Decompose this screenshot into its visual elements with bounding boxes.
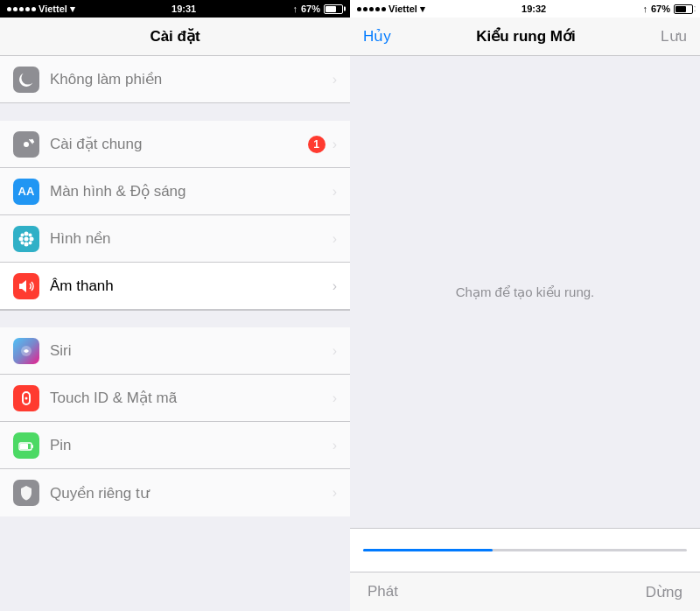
svg-rect-13 [32,445,33,448]
svg-point-7 [29,233,32,236]
svg-rect-14 [20,444,28,449]
chevron-siri: › [332,343,337,359]
signal-icon-left: ↑ [292,4,298,14]
svg-point-4 [19,236,24,241]
svg-point-5 [30,236,34,241]
dot-r2 [363,7,368,11]
time-right: 19:32 [522,4,546,14]
status-right-right: ↑ 67% [642,4,693,14]
carrier-right: Viettel [388,4,417,14]
settings-item-touch-id[interactable]: Touch ID & Mật mã › [0,375,350,422]
svg-point-6 [21,233,24,236]
chevron-hinh-nen: › [332,231,337,247]
chevron-am-thanh: › [332,278,337,294]
wifi-icon: ▾ [70,4,75,15]
dot-r5 [382,7,386,11]
battery-icon-right [674,4,693,14]
svg-point-2 [24,231,29,235]
vibration-bottom: Phát Dừng [350,528,700,611]
battery-pct-right: 67% [651,4,670,14]
right-panel: Viettel ▾ 19:32 ↑ 67% Hủy Kiểu rung Mới … [350,0,700,611]
svg-point-9 [29,241,32,244]
chevron-pin: › [332,438,337,453]
svg-point-3 [24,242,29,246]
sound-icon [13,273,39,299]
moon-icon [13,67,39,93]
wifi-icon-right: ▾ [420,4,425,15]
status-right-left: ↑ 67% [292,4,343,14]
settings-item-siri[interactable]: Siri › [0,327,350,375]
status-bar-right: Viettel ▾ 19:32 ↑ 67% [350,0,700,18]
vibration-title: Kiểu rung Mới [476,27,575,46]
signal-icon-right: ↑ [642,4,648,14]
progress-bar-track [363,549,687,551]
siri-icon [13,338,39,364]
svg-point-1 [24,236,29,241]
label-quyen-rieng-tu: Quyền riêng tư [50,484,332,502]
battery-settings-icon [13,432,39,459]
label-hinh-nen: Hình nền [50,229,332,248]
signal-dots-right [357,7,386,11]
stop-button[interactable]: Dừng [646,583,682,601]
dot-r3 [369,7,374,11]
aa-icon: AA [13,179,39,205]
separator-2 [0,310,350,327]
chevron-man-hinh: › [332,184,337,200]
label-siri: Siri [50,342,332,360]
chevron-cai-dat-chung: › [332,137,337,152]
battery-fill-left [326,6,336,12]
label-man-hinh: Màn hình & Độ sáng [50,182,332,200]
settings-group-3: Âm thanh › [0,263,350,310]
play-button[interactable]: Phát [368,583,398,600]
label-khong-lam-phien: Không làm phiền [50,70,332,88]
vibration-actions: Phát Dừng [350,572,700,611]
settings-item-am-thanh[interactable]: Âm thanh › [0,263,350,310]
badge-cai-dat-chung: 1 [308,136,326,153]
privacy-icon [13,480,39,506]
settings-item-man-hinh[interactable]: AA Màn hình & Độ sáng › [0,168,350,215]
battery-fill-right [676,6,686,12]
label-touch-id: Touch ID & Mật mã [50,389,332,407]
carrier-left: Viettel [38,4,67,14]
dot-1 [7,7,11,11]
dot-5 [32,7,36,11]
nav-bar-right: Hủy Kiểu rung Mới Lưu [350,18,700,56]
status-left-right: Viettel ▾ [357,4,425,15]
settings-item-hinh-nen[interactable]: Hình nền › [0,215,350,263]
cancel-button[interactable]: Hủy [363,27,391,46]
svg-point-8 [21,241,24,244]
settings-item-quyen-rieng-tu[interactable]: Quyền riêng tư › [0,469,350,516]
settings-item-pin[interactable]: Pin › [0,422,350,469]
status-left: Viettel ▾ [7,4,75,15]
left-panel: Viettel ▾ 19:31 ↑ 67% Cài đặt Không làm … [0,0,350,611]
touchid-icon [13,385,39,411]
settings-group-4: Siri › Touch ID & Mật mã › [0,327,350,516]
battery-pct-left: 67% [301,4,320,14]
save-button[interactable]: Lưu [661,27,687,46]
settings-item-cai-dat-chung[interactable]: Cài đặt chung 1 › [0,121,350,168]
vibration-canvas[interactable]: Chạm để tạo kiểu rung. [350,56,700,528]
separator-1 [0,103,350,121]
dot-r4 [375,7,380,11]
flower-icon [13,226,39,252]
dot-2 [13,7,18,11]
page-title-left: Cài đặt [150,27,200,46]
battery-icon-left [324,4,343,14]
settings-list: Không làm phiền › Cài đặt chung 1 › [0,56,350,611]
time-left: 19:31 [172,4,196,14]
settings-group-1: Không làm phiền › [0,56,350,103]
progress-bar-fill [363,549,493,551]
dot-4 [25,7,30,11]
chevron-touch-id: › [332,390,337,406]
vibration-progress-area [350,529,700,572]
gear-icon [13,131,39,158]
label-cai-dat-chung: Cài đặt chung [50,135,308,153]
dot-3 [19,7,24,11]
nav-bar-left: Cài đặt [0,18,350,56]
dot-r1 [357,7,361,11]
signal-dots [7,7,36,11]
svg-point-0 [24,142,29,147]
status-bar-left: Viettel ▾ 19:31 ↑ 67% [0,0,350,18]
vibration-hint: Chạm để tạo kiểu rung. [456,284,595,300]
settings-item-khong-lam-phien[interactable]: Không làm phiền › [0,56,350,103]
